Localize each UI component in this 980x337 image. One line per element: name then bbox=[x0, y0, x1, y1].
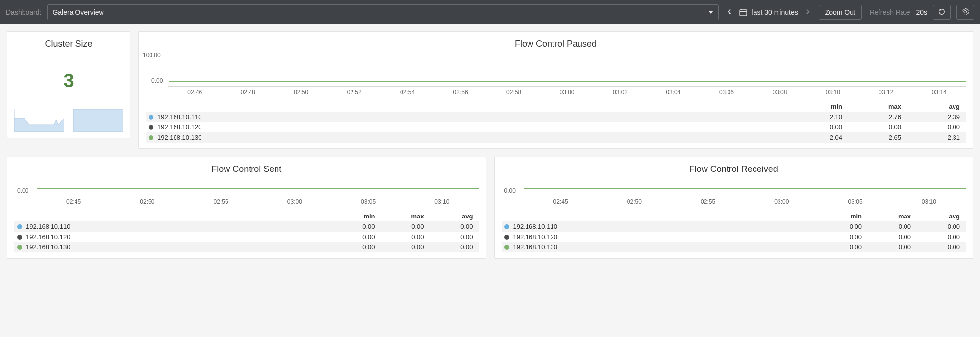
legend-table: min max avg 192.168.10.1100.000.000.0019… bbox=[14, 211, 479, 252]
col-max: max bbox=[845, 103, 904, 110]
series-min: 0.00 bbox=[329, 223, 378, 230]
legend-row[interactable]: 192.168.10.1200.000.000.00 bbox=[146, 122, 966, 132]
refresh-button[interactable] bbox=[933, 5, 951, 20]
x-tick: 02:45 bbox=[37, 198, 110, 205]
panel-title: Cluster Size bbox=[14, 39, 123, 49]
settings-button[interactable] bbox=[956, 5, 974, 20]
col-max: max bbox=[865, 213, 914, 220]
legend-table: min max avg 192.168.10.1100.000.000.0019… bbox=[502, 211, 966, 252]
panel-title: Flow Control Paused bbox=[146, 39, 966, 49]
series-max: 2.76 bbox=[845, 113, 904, 120]
series-color-icon bbox=[504, 224, 509, 229]
panel-cluster-size[interactable]: Cluster Size 3 bbox=[7, 31, 130, 138]
series-min: 0.00 bbox=[816, 223, 865, 230]
x-tick: 02:52 bbox=[327, 89, 380, 96]
y-tick-min: 0.00 bbox=[151, 77, 163, 84]
legend-header: min max avg bbox=[502, 211, 966, 221]
x-tick: 03:00 bbox=[540, 89, 593, 96]
x-axis-line bbox=[37, 196, 479, 196]
y-tick-max: 100.00 bbox=[143, 52, 161, 59]
panel-flow-control-received[interactable]: Flow Control Received 0.00 02:4502:5002:… bbox=[494, 157, 974, 259]
series-avg: 0.00 bbox=[914, 223, 963, 230]
y-tick-min: 0.00 bbox=[504, 187, 516, 194]
legend-row[interactable]: 192.168.10.1100.000.000.00 bbox=[502, 221, 966, 232]
panel-title: Flow Control Sent bbox=[14, 164, 479, 174]
legend-row[interactable]: 192.168.10.1302.042.652.31 bbox=[146, 132, 966, 143]
x-tick: 03:02 bbox=[594, 89, 647, 96]
series-color-icon bbox=[149, 115, 153, 120]
col-min: min bbox=[329, 213, 378, 220]
x-tick: 02:56 bbox=[434, 89, 487, 96]
series-color-icon bbox=[504, 245, 509, 250]
series-avg: 0.00 bbox=[427, 233, 476, 241]
x-tick: 03:00 bbox=[258, 198, 331, 205]
sent-plot bbox=[37, 179, 479, 192]
series-name: 192.168.10.110 bbox=[504, 223, 816, 230]
legend-row[interactable]: 192.168.10.1100.000.000.00 bbox=[14, 221, 479, 232]
time-range-picker[interactable]: last 30 minutes bbox=[752, 8, 798, 16]
legend-row[interactable]: 192.168.10.1200.000.000.00 bbox=[502, 232, 966, 242]
series-avg: 0.00 bbox=[914, 233, 963, 241]
x-tick: 02:46 bbox=[168, 89, 221, 96]
legend-row[interactable]: 192.168.10.1300.000.000.00 bbox=[502, 242, 966, 252]
chart-line bbox=[169, 81, 966, 82]
recv-plot bbox=[524, 179, 966, 192]
series-color-icon bbox=[17, 245, 22, 250]
x-tick: 03:08 bbox=[753, 89, 806, 96]
legend-row[interactable]: 192.168.10.1200.000.000.00 bbox=[14, 232, 479, 242]
series-color-icon bbox=[149, 135, 153, 140]
x-tick: 02:50 bbox=[110, 198, 184, 205]
refresh-icon bbox=[938, 8, 946, 16]
sparkline-right bbox=[73, 109, 123, 132]
x-ticks: 02:4602:4802:5002:5202:5402:5602:5803:00… bbox=[168, 89, 966, 96]
series-color-icon bbox=[17, 224, 22, 229]
series-min: 0.00 bbox=[786, 123, 845, 131]
series-avg: 0.00 bbox=[427, 223, 476, 230]
series-max: 0.00 bbox=[865, 243, 914, 251]
series-min: 2.10 bbox=[786, 113, 845, 120]
series-color-icon bbox=[149, 125, 153, 130]
x-tick: 03:10 bbox=[806, 89, 859, 96]
y-tick-min: 0.00 bbox=[17, 187, 28, 194]
series-min: 0.00 bbox=[329, 233, 378, 241]
caret-down-icon bbox=[708, 11, 713, 14]
sent-yaxis: 0.00 bbox=[14, 179, 479, 192]
refresh-rate-value: 20s bbox=[916, 8, 927, 16]
series-avg: 2.39 bbox=[904, 113, 963, 120]
col-min: min bbox=[816, 213, 865, 220]
series-max: 0.00 bbox=[378, 233, 427, 241]
series-min: 2.04 bbox=[786, 134, 845, 141]
x-tick: 03:14 bbox=[913, 89, 966, 96]
time-next-button[interactable] bbox=[803, 6, 813, 19]
series-avg: 0.00 bbox=[427, 243, 476, 251]
paused-yaxis: 100.00 0.00 bbox=[146, 54, 966, 82]
series-max: 2.65 bbox=[845, 134, 904, 141]
zoom-out-button[interactable]: Zoom Out bbox=[819, 5, 862, 20]
series-min: 0.00 bbox=[816, 233, 865, 241]
topbar: Dashboard: Galera Overview last 30 minut… bbox=[0, 0, 980, 24]
series-name: 192.168.10.120 bbox=[17, 233, 329, 241]
dashboard-select[interactable]: Galera Overview bbox=[47, 4, 718, 20]
panel-flow-control-paused[interactable]: Flow Control Paused 100.00 0.00 02:4602:… bbox=[138, 31, 973, 149]
x-ticks: 02:4502:5002:5503:0003:0503:10 bbox=[524, 198, 966, 205]
x-tick: 03:12 bbox=[859, 89, 912, 96]
series-name: 192.168.10.130 bbox=[17, 243, 329, 251]
chart-line bbox=[524, 188, 966, 189]
x-tick: 03:00 bbox=[745, 198, 818, 205]
row-2: Flow Control Sent 0.00 02:4502:5002:5503… bbox=[7, 157, 973, 259]
gear-icon bbox=[961, 8, 969, 16]
chart-line bbox=[37, 188, 479, 189]
series-color-icon bbox=[17, 235, 22, 240]
legend-row[interactable]: 192.168.10.1102.102.762.39 bbox=[146, 112, 966, 122]
x-tick: 02:48 bbox=[221, 89, 274, 96]
series-max: 0.00 bbox=[845, 123, 904, 131]
time-prev-button[interactable] bbox=[725, 6, 734, 19]
series-name: 192.168.10.130 bbox=[149, 134, 786, 141]
panel-flow-control-sent[interactable]: Flow Control Sent 0.00 02:4502:5002:5503… bbox=[7, 157, 486, 259]
x-tick: 02:54 bbox=[381, 89, 434, 96]
series-name: 192.168.10.130 bbox=[504, 243, 816, 251]
cluster-size-value: 3 bbox=[14, 71, 123, 92]
series-min: 0.00 bbox=[816, 243, 865, 251]
legend-row[interactable]: 192.168.10.1300.000.000.00 bbox=[14, 242, 479, 252]
series-name: 192.168.10.110 bbox=[149, 113, 786, 120]
